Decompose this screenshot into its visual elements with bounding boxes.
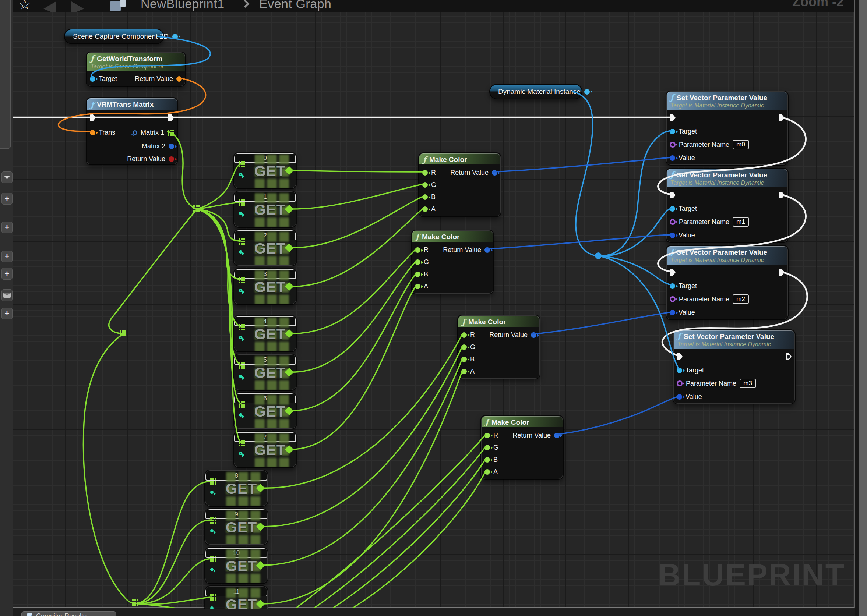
return-value-output-pin[interactable] bbox=[168, 156, 174, 162]
make-color-node[interactable]: ƒMake ColorRGBAReturn Value bbox=[419, 153, 501, 216]
index-input-pin[interactable] bbox=[239, 375, 242, 378]
float-input-pin[interactable] bbox=[422, 206, 428, 212]
float-input-pin[interactable] bbox=[461, 357, 467, 362]
array-get-node[interactable]: GET8 bbox=[205, 470, 267, 506]
breadcrumb-blueprint-name[interactable]: NewBlueprint1 bbox=[141, 0, 225, 11]
forward-arrow-icon[interactable] bbox=[71, 2, 84, 12]
parameter-name-input-pin[interactable] bbox=[670, 142, 675, 148]
exec-out-pin[interactable] bbox=[779, 115, 785, 121]
matrix2-output-pin[interactable] bbox=[168, 143, 174, 149]
matrix1-array-output-pin[interactable] bbox=[167, 129, 174, 136]
breadcrumb-graph-name[interactable]: Event Graph bbox=[259, 0, 331, 11]
index-input-pin[interactable] bbox=[210, 568, 214, 571]
exec-out-pin[interactable] bbox=[779, 269, 785, 276]
float-input-pin[interactable] bbox=[415, 259, 420, 265]
array-get-node[interactable]: GET0 bbox=[234, 153, 296, 189]
array-get-node[interactable]: GET3 bbox=[234, 269, 296, 304]
float-input-pin[interactable] bbox=[485, 469, 490, 475]
float-input-pin[interactable] bbox=[422, 194, 428, 200]
target-input-pin[interactable] bbox=[670, 129, 675, 134]
array-input-pin[interactable] bbox=[239, 324, 245, 330]
event-graph-canvas[interactable]: ☆ NewBlueprint1 Event Graph Zoom -2 BLUE… bbox=[13, 0, 855, 608]
array-get-node[interactable]: GET4 bbox=[234, 316, 296, 351]
dynamic-material-instance-node[interactable]: Dynamic Material Instance bbox=[489, 84, 582, 99]
set-vector-parameter-value-node[interactable]: ƒSet Vector Parameter ValueTarget is Mat… bbox=[666, 91, 788, 165]
float-input-pin[interactable] bbox=[485, 445, 490, 450]
target-input-pin[interactable] bbox=[677, 368, 682, 373]
add-button-5[interactable]: + bbox=[2, 308, 13, 319]
set-vector-parameter-value-node[interactable]: ƒSet Vector Parameter ValueTarget is Mat… bbox=[666, 246, 788, 319]
color-output-pin[interactable] bbox=[554, 433, 560, 438]
array-input-pin[interactable] bbox=[239, 238, 245, 245]
color-output-pin[interactable] bbox=[531, 332, 537, 338]
color-output-pin[interactable] bbox=[492, 170, 497, 176]
add-button-3[interactable]: + bbox=[2, 251, 13, 262]
return-value-output-pin[interactable] bbox=[176, 76, 182, 82]
object-output-pin[interactable] bbox=[584, 89, 590, 94]
compiler-results-tab[interactable]: Compiler Results bbox=[21, 611, 116, 616]
exec-in-pin[interactable] bbox=[90, 115, 96, 121]
array-input-pin[interactable] bbox=[239, 440, 245, 446]
float-input-pin[interactable] bbox=[422, 170, 428, 176]
right-panel-edge[interactable] bbox=[859, 0, 867, 616]
parameter-name-input-pin[interactable] bbox=[670, 296, 675, 302]
exec-out-pin[interactable] bbox=[168, 115, 174, 121]
value-input-pin[interactable] bbox=[677, 394, 682, 400]
value-input-pin[interactable] bbox=[670, 155, 675, 161]
color-output-pin[interactable] bbox=[485, 247, 490, 253]
target-input-pin[interactable] bbox=[670, 283, 675, 289]
array-input-pin[interactable] bbox=[210, 517, 217, 523]
float-input-pin[interactable] bbox=[485, 457, 490, 462]
array-input-pin[interactable] bbox=[239, 161, 245, 167]
set-vector-parameter-value-node[interactable]: ƒSet Vector Parameter ValueTarget is Mat… bbox=[666, 168, 788, 242]
index-input-pin[interactable] bbox=[210, 490, 214, 494]
array-input-pin[interactable] bbox=[239, 200, 245, 206]
target-input-pin[interactable] bbox=[670, 206, 675, 212]
float-input-pin[interactable] bbox=[461, 344, 467, 350]
index-input-pin[interactable] bbox=[239, 250, 242, 253]
parameter-name-value-box[interactable]: m1 bbox=[733, 217, 749, 227]
back-arrow-icon[interactable] bbox=[43, 2, 56, 12]
exec-in-pin[interactable] bbox=[670, 115, 675, 121]
index-input-pin[interactable] bbox=[210, 529, 214, 533]
target-input-pin[interactable] bbox=[90, 76, 95, 82]
array-input-pin[interactable] bbox=[239, 401, 245, 408]
reroute-node[interactable] bbox=[595, 253, 601, 259]
add-button-1[interactable]: + bbox=[2, 193, 13, 204]
array-get-node[interactable]: GET1 bbox=[234, 191, 296, 227]
array-get-node[interactable]: GET10 bbox=[205, 548, 267, 583]
array-get-node[interactable]: GET9 bbox=[205, 509, 267, 545]
array-input-pin[interactable] bbox=[210, 556, 217, 562]
array-get-node[interactable]: GET6 bbox=[234, 393, 296, 429]
add-button-2[interactable]: + bbox=[2, 222, 13, 233]
value-input-pin[interactable] bbox=[670, 310, 675, 315]
index-input-pin[interactable] bbox=[239, 212, 242, 215]
float-input-pin[interactable] bbox=[415, 272, 420, 277]
reroute-node[interactable] bbox=[193, 205, 200, 212]
float-input-pin[interactable] bbox=[415, 247, 420, 253]
parameter-name-input-pin[interactable] bbox=[677, 380, 683, 387]
index-input-pin[interactable] bbox=[239, 452, 242, 455]
reroute-node[interactable] bbox=[132, 599, 138, 606]
exec-in-pin[interactable] bbox=[670, 269, 675, 276]
index-input-pin[interactable] bbox=[239, 289, 242, 292]
category-dropdown-button[interactable] bbox=[2, 171, 13, 183]
float-input-pin[interactable] bbox=[485, 433, 490, 438]
array-input-pin[interactable] bbox=[239, 277, 245, 283]
parameter-name-value-box[interactable]: m3 bbox=[740, 379, 756, 388]
index-input-pin[interactable] bbox=[239, 336, 242, 339]
add-button-4[interactable]: + bbox=[2, 268, 13, 280]
trans-input-pin[interactable] bbox=[90, 130, 95, 135]
float-input-pin[interactable] bbox=[422, 182, 428, 188]
array-input-pin[interactable] bbox=[239, 363, 245, 369]
exec-in-pin[interactable] bbox=[670, 192, 675, 198]
favorite-star-icon[interactable]: ☆ bbox=[19, 0, 31, 12]
array-get-node[interactable]: GET2 bbox=[234, 230, 296, 266]
make-color-node[interactable]: ƒMake ColorRGBAReturn Value bbox=[412, 230, 493, 294]
index-input-pin[interactable] bbox=[239, 173, 242, 176]
array-input-pin[interactable] bbox=[210, 594, 217, 601]
make-color-node[interactable]: ƒMake ColorRGBAReturn Value bbox=[481, 416, 563, 479]
make-color-node[interactable]: ƒMake ColorRGBAReturn Value bbox=[458, 315, 540, 379]
float-input-pin[interactable] bbox=[415, 284, 420, 289]
parameter-name-value-box[interactable]: m2 bbox=[733, 294, 749, 304]
